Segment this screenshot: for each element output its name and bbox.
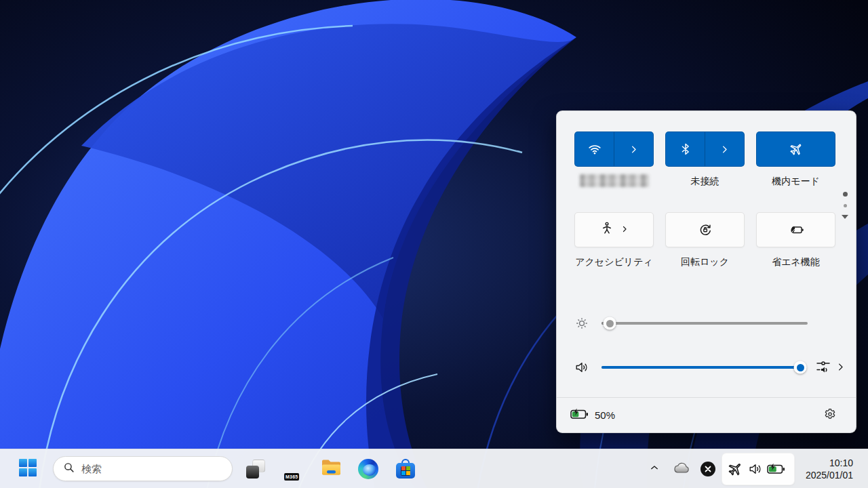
battery-percent-label: 50% <box>595 409 615 421</box>
brightness-slider-thumb[interactable] <box>604 317 616 330</box>
tray-volume-icon <box>745 459 766 479</box>
m365-badge: M365 <box>284 473 299 481</box>
tray-battery-charging-icon <box>766 459 786 479</box>
energy-saver-tile-label: 省エネ機能 <box>756 256 835 268</box>
onedrive-cloud-icon <box>673 462 690 476</box>
tile-airplane-mode: 機内モード <box>756 131 835 187</box>
taskbar-app-task-view[interactable] <box>242 455 269 483</box>
taskbar-app-file-explorer[interactable] <box>317 455 344 483</box>
edge-icon <box>358 459 378 479</box>
rotation-lock-tile-label: 回転ロック <box>665 256 745 268</box>
bluetooth-expand-chevron[interactable] <box>705 132 744 166</box>
page-indicator <box>841 192 849 219</box>
energy-saver-icon <box>757 213 835 247</box>
tile-energy-saver: 省エネ機能 <box>756 212 835 268</box>
energy-saver-button[interactable] <box>756 212 835 247</box>
quick-settings-footer: 50% <box>557 397 856 432</box>
tray-onedrive-button[interactable] <box>668 455 695 483</box>
windows-logo-icon <box>18 458 37 480</box>
volume-slider[interactable] <box>601 366 804 369</box>
quick-settings-tiles: 未接続 機内モード <box>574 131 835 268</box>
battery-charging-icon <box>570 408 589 423</box>
wifi-expand-chevron[interactable] <box>614 132 653 166</box>
chevron-up-icon <box>649 462 660 476</box>
search-input[interactable] <box>81 463 222 474</box>
accessibility-tile-label: アクセシビリティ <box>574 256 654 268</box>
accessibility-expand-chevron <box>620 224 629 236</box>
gear-icon <box>823 407 837 424</box>
volume-fill <box>601 366 800 369</box>
taskbar-app-microsoft-store[interactable] <box>392 455 419 483</box>
taskbar-app-edge[interactable] <box>355 455 382 483</box>
rotation-lock-button[interactable] <box>665 212 745 247</box>
microsoft-store-icon <box>396 459 415 479</box>
scroll-down-arrow[interactable] <box>842 215 848 219</box>
wifi-toggle-button[interactable] <box>574 131 654 167</box>
rotation-lock-icon <box>666 213 744 247</box>
tray-quick-settings-button[interactable] <box>722 453 795 485</box>
bluetooth-icon[interactable] <box>666 132 705 166</box>
tile-rotation-lock: 回転ロック <box>665 212 745 268</box>
tile-accessibility: アクセシビリティ <box>574 212 654 268</box>
brightness-row <box>557 316 856 331</box>
clock-date: 2025/01/01 <box>806 469 853 481</box>
m365-copilot-icon: M365 <box>283 460 302 479</box>
quick-settings-panel: 未接続 機内モード <box>556 110 856 433</box>
airplane-icon <box>757 132 835 166</box>
page-dot-current[interactable] <box>843 192 848 197</box>
tray-airplane-mode-icon <box>725 459 745 479</box>
bluetooth-tile-label: 未接続 <box>665 175 745 187</box>
accessibility-icon <box>599 221 614 239</box>
task-view-icon <box>246 460 265 479</box>
tray-show-hidden-icons-button[interactable] <box>641 455 668 483</box>
start-button[interactable] <box>14 455 41 483</box>
file-explorer-icon <box>321 459 342 479</box>
volume-row <box>557 360 856 375</box>
tray-clock[interactable]: 10:10 2025/01/01 <box>806 457 853 481</box>
desktop: 未接続 機内モード <box>0 0 868 488</box>
tray-app-x-button[interactable] <box>694 455 722 483</box>
airplane-mode-tile-label: 機内モード <box>756 175 835 187</box>
wifi-icon[interactable] <box>575 132 614 166</box>
taskbar: M365 <box>0 449 868 488</box>
taskbar-search[interactable] <box>53 456 233 481</box>
brightness-icon <box>574 316 589 331</box>
airplane-mode-toggle-button[interactable] <box>756 131 835 167</box>
volume-icon <box>574 360 589 375</box>
page-dot-next[interactable] <box>844 204 847 207</box>
search-icon <box>63 462 75 476</box>
x-circle-icon <box>701 462 715 476</box>
wifi-network-name-redacted <box>580 174 649 187</box>
taskbar-app-m365-copilot[interactable]: M365 <box>279 455 307 483</box>
settings-gear-button[interactable] <box>818 403 842 428</box>
tile-wifi <box>574 131 654 187</box>
audio-output-mixer-icon[interactable] <box>815 359 831 378</box>
accessibility-button[interactable] <box>574 212 654 247</box>
volume-expand-chevron[interactable] <box>835 362 846 375</box>
bluetooth-toggle-button[interactable] <box>665 131 745 167</box>
volume-slider-thumb[interactable] <box>794 361 807 374</box>
clock-time: 10:10 <box>806 457 853 469</box>
tile-bluetooth: 未接続 <box>665 131 745 187</box>
battery-status[interactable]: 50% <box>570 408 615 423</box>
brightness-slider[interactable] <box>601 322 808 325</box>
